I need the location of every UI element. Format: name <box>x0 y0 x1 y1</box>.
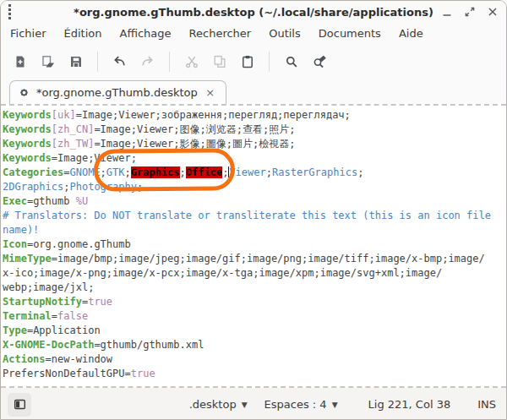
chevron-down-icon: ▼ <box>242 401 248 409</box>
cursor-position[interactable]: Lig 221, Col 38 <box>368 398 451 411</box>
toolbar-separator <box>97 52 98 72</box>
editor-line: # Translators: Do NOT translate or trans… <box>3 209 506 223</box>
editor-line: 2DGraphics;Photography; <box>3 180 506 194</box>
menu-item-documents[interactable]: Documents <box>316 25 384 41</box>
editor-line: x-ico;image/x-png;image/x-pcx;image/x-tg… <box>3 266 506 281</box>
editor-line: Keywords[zh_CN]=Image;Viewer;图像;浏览器;查看;照… <box>3 123 506 137</box>
menu-item-edition[interactable]: Édition <box>62 25 105 41</box>
search-replace-button[interactable] <box>307 49 331 74</box>
editor-line: Keywords=Image;Viewer; <box>3 151 506 166</box>
tab-org-gnome-gthumb-desktop[interactable]: *org.gnome.gThumb.desktop × <box>9 80 226 104</box>
cut-icon <box>185 55 199 68</box>
undo-icon <box>112 54 127 68</box>
menu-item-outils[interactable]: Outils <box>266 25 303 41</box>
open-document-button[interactable] <box>35 49 60 74</box>
tab-close-icon[interactable]: × <box>204 86 217 100</box>
window-title: *org.gnome.gThumb.desktop (~/.local/shar… <box>1 6 506 19</box>
cut-button[interactable] <box>179 49 204 74</box>
statusbar-right: .desktop ▼ Espaces : 4 ▼ Lig 221, Col 38… <box>184 395 496 413</box>
window-controls <box>440 1 499 23</box>
menubar: FichierÉditionAffichageRechercherOutilsD… <box>1 23 506 44</box>
editor-line: MimeType=image/bmp;image/jpeg;image/gif;… <box>3 252 506 266</box>
editor-line: Categories=GNOME;GTK;Graphics;Office;Vie… <box>3 166 506 180</box>
editor-line: X-GNOME-DocPath=gthumb/gthumb.xml <box>3 338 506 352</box>
undo-button[interactable] <box>107 49 132 74</box>
paste-icon <box>241 55 254 68</box>
titlebar: *org.gnome.gThumb.desktop (~/.local/shar… <box>1 1 506 23</box>
editor-line: PrefersNonDefaultGPU=true <box>3 367 506 381</box>
editor-line: Actions=new-window <box>3 352 506 367</box>
minimize-icon[interactable] <box>440 5 454 19</box>
menu-item-rechercher[interactable]: Rechercher <box>187 25 254 41</box>
language-label: .desktop <box>189 398 237 411</box>
editor-line: Exec=gthumb %U <box>3 194 506 209</box>
editor-line: Terminal=false <box>3 309 506 324</box>
editor-text-area[interactable]: Keywords[uk]=Image;Viewer;зображення;пер… <box>1 104 506 388</box>
redo-button[interactable] <box>135 49 160 74</box>
copy-icon <box>213 55 226 68</box>
side-panel-toggle-button[interactable] <box>8 393 31 417</box>
editor-line: Type=Application <box>3 324 506 338</box>
tab-strip: *org.gnome.gThumb.desktop × <box>1 79 506 104</box>
redo-icon <box>140 54 155 68</box>
tab-width-label: Espaces : 4 <box>264 398 327 411</box>
statusbar: .desktop ▼ Espaces : 4 ▼ Lig 221, Col 38… <box>1 388 506 420</box>
chevron-down-icon: ▼ <box>332 401 338 409</box>
editor-line: Keywords[uk]=Image;Viewer;зображення;пер… <box>3 108 506 123</box>
close-icon[interactable] <box>486 5 499 19</box>
tab-label: *org.gnome.gThumb.desktop <box>36 86 198 99</box>
side-panel-icon <box>14 398 26 411</box>
input-mode[interactable]: INS <box>477 398 496 411</box>
drag-handle-dots-icon <box>8 4 11 19</box>
gedit-window: { "window": { "title": "*org.gnome.gThum… <box>0 0 507 420</box>
search-icon <box>285 55 298 68</box>
save-icon <box>69 55 83 68</box>
gear-icon <box>18 86 30 99</box>
menu-item-fichier[interactable]: Fichier <box>8 25 49 41</box>
menu-item-aide[interactable]: Aide <box>396 25 426 41</box>
toolbar-separator <box>269 52 270 72</box>
editor-line: Keywords[zh_TW]=Image;Viewer;影像;圖像;圖片;檢視… <box>3 137 506 151</box>
search-button[interactable] <box>279 49 303 74</box>
copy-button[interactable] <box>207 49 232 74</box>
toolbar <box>1 44 506 79</box>
menu-item-affichage[interactable]: Affichage <box>117 25 173 41</box>
toolbar-separator <box>169 52 170 72</box>
open-document-icon <box>41 55 55 68</box>
tab-width-selector[interactable]: Espaces : 4 ▼ <box>259 395 343 413</box>
editor-line: name)! <box>3 223 506 237</box>
language-selector[interactable]: .desktop ▼ <box>184 395 253 413</box>
new-document-button[interactable] <box>8 49 32 74</box>
search-replace-icon <box>313 55 326 68</box>
paste-button[interactable] <box>235 49 259 74</box>
editor-line: Icon=org.gnome.gThumb <box>3 237 506 252</box>
new-document-icon <box>14 55 27 68</box>
editor-line: StartupNotify=true <box>3 295 506 309</box>
editor-line: webp;image/jxl; <box>3 281 506 295</box>
save-document-button[interactable] <box>63 49 88 74</box>
restore-icon[interactable] <box>463 5 477 19</box>
